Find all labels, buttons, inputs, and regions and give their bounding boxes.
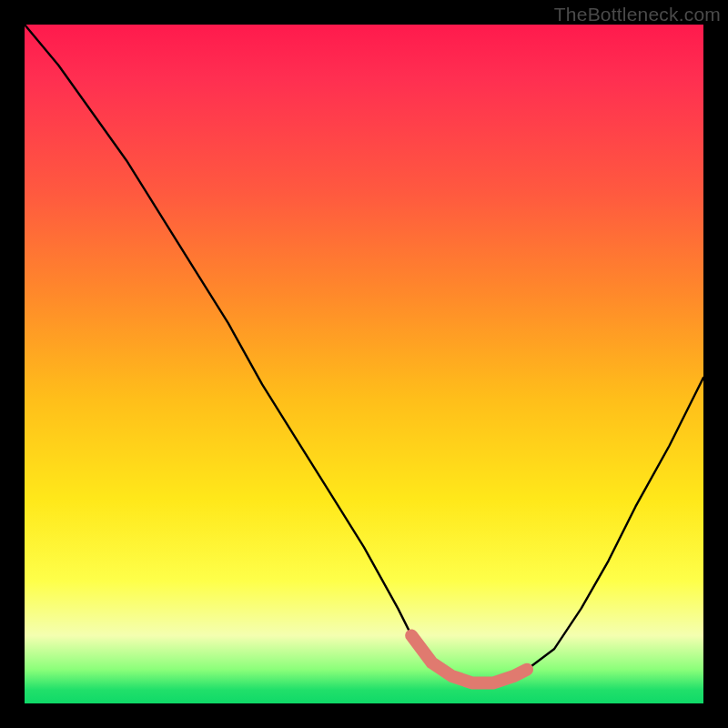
bottleneck-curve — [25, 25, 703, 683]
watermark-label: TheBottleneck.com — [554, 4, 721, 25]
optimal-zone-marker — [411, 635, 527, 682]
curve-layer — [25, 25, 703, 703]
chart-frame: TheBottleneck.com — [0, 0, 728, 728]
plot-area — [25, 25, 703, 703]
